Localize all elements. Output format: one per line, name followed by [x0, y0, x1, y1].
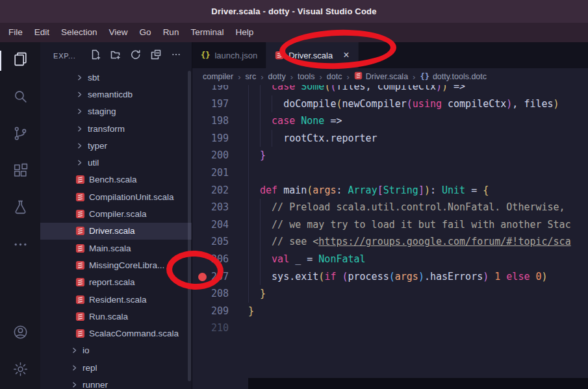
menu-item-file[interactable]: File [3, 23, 29, 42]
breadcrumb-item-src[interactable]: src [246, 72, 257, 81]
code-line-199[interactable]: 199rootCtx.reporter [192, 130, 588, 147]
menu-item-terminal[interactable]: Terminal [185, 23, 229, 42]
line-number[interactable]: 210 [192, 320, 248, 337]
tree-item-missingcorelibra[interactable]: MissingCoreLibra... [40, 257, 192, 273]
line-number[interactable]: 209 [192, 303, 248, 320]
code-line-206[interactable]: 206val _ = NonFatal [192, 251, 588, 268]
line-number[interactable]: 206 [192, 251, 248, 268]
line-number[interactable]: 204 [192, 216, 248, 234]
menu-item-edit[interactable]: Edit [29, 23, 55, 42]
line-number[interactable]: 202 [192, 182, 248, 199]
breadcrumb-item-dotc[interactable]: dotc [327, 72, 342, 81]
menu-item-selection[interactable]: Selection [55, 23, 103, 42]
sidebar-explorer: EXP... sbtsemanticdbstagingtransformtype… [40, 42, 192, 389]
tree-item-main-scala[interactable]: Main.scala [40, 240, 192, 257]
breadcrumb-label: dotty.tools.dotc [433, 72, 487, 81]
tree-item-typer[interactable]: typer [40, 137, 192, 154]
indent-guide [272, 130, 283, 147]
tree-item-util[interactable]: util [40, 154, 192, 171]
line-number[interactable]: 201 [192, 164, 248, 182]
breakpoint-dot[interactable] [198, 273, 207, 281]
menu-item-view[interactable]: View [103, 23, 134, 42]
breadcrumb-item-tools[interactable]: tools [298, 72, 314, 81]
collapse-all-button[interactable] [148, 48, 164, 64]
tab-close-button[interactable]: × [343, 50, 349, 60]
line-number[interactable]: 208 [192, 285, 248, 303]
breadcrumb-item-dotty[interactable]: dotty [268, 72, 286, 81]
tree-item-repl[interactable]: repl [40, 359, 192, 376]
code-line-198[interactable]: 198case None => [192, 112, 588, 130]
tree-item-run-scala[interactable]: Run.scala [40, 308, 192, 325]
activity-more[interactable] [0, 227, 40, 264]
code-line-208[interactable]: 208} [192, 285, 588, 303]
tree-item-label: ScalacCommand.scala [89, 329, 179, 338]
activity-test-beaker[interactable] [0, 190, 40, 227]
indent-guide [260, 216, 272, 234]
tree-item-staging[interactable]: staging [40, 103, 192, 120]
line-number[interactable]: 207 [192, 268, 248, 286]
breadcrumb-item-dotty-tools-dotc[interactable]: {}dotty.tools.dotc [420, 72, 487, 81]
code-line-205[interactable]: 205// see <https://groups.google.com/for… [192, 233, 588, 251]
tree-item-runner[interactable]: runner [40, 376, 192, 389]
new-file-button[interactable] [88, 48, 103, 64]
line-number[interactable]: 197 [192, 95, 248, 113]
tree-item-label: Bench.scala [89, 175, 137, 184]
tree-item-transform[interactable]: transform [40, 120, 192, 137]
editor-code-area[interactable]: 196case Some((files, compileCtx)) =>197d… [192, 85, 588, 389]
line-number[interactable]: 205 [192, 233, 248, 251]
breadcrumb-item-compiler[interactable]: compiler [203, 72, 233, 81]
tree-item-io[interactable]: io [40, 342, 192, 359]
activity-search[interactable] [0, 79, 40, 116]
menu-item-run[interactable]: Run [157, 23, 185, 42]
activity-extensions[interactable] [0, 153, 40, 190]
code-text: } [248, 285, 266, 303]
activity-source-control[interactable] [0, 116, 40, 153]
refresh-button[interactable] [128, 48, 144, 64]
tree-item-label: sbt [88, 73, 99, 82]
tree-item-driver-scala[interactable]: Driver.scala [40, 223, 192, 240]
line-number[interactable]: 200 [192, 147, 248, 164]
tab-launch-json[interactable]: {}launch.json [192, 42, 266, 68]
code-line-210[interactable]: 210 [192, 320, 588, 337]
breadcrumb-item-driver-scala[interactable]: Driver.scala [354, 71, 408, 82]
code-line-203[interactable]: 203// Preload scala.util.control.NonFata… [192, 199, 588, 216]
menu-item-go[interactable]: Go [134, 23, 157, 42]
code-line-202[interactable]: 202def main(args: Array[String]): Unit =… [192, 182, 588, 199]
code-line-197[interactable]: 197doCompile(newCompiler(using compileCt… [192, 95, 588, 113]
code-text: def main(args: Array[String]): Unit = { [248, 182, 489, 199]
activity-account[interactable] [0, 315, 40, 352]
tree-item-bench-scala[interactable]: Bench.scala [40, 171, 192, 188]
code-line-200[interactable]: 200} [192, 147, 588, 164]
activity-files[interactable] [0, 42, 40, 79]
indent-guide [248, 216, 260, 234]
tree-item-semanticdb[interactable]: semanticdb [40, 86, 192, 103]
more-button[interactable] [168, 48, 184, 64]
menu-item-help[interactable]: Help [229, 23, 259, 42]
tree-item-sbt[interactable]: sbt [40, 69, 192, 86]
new-folder-button[interactable] [108, 48, 123, 64]
code-line-204[interactable]: 204// we may try to load it but fail wit… [192, 216, 588, 234]
tree-item-scalaccommand-scala[interactable]: ScalacCommand.scala [40, 325, 192, 342]
line-number[interactable]: 198 [192, 112, 248, 130]
tree-item-compilationunit-scala[interactable]: CompilationUnit.scala [40, 188, 192, 205]
tree-item-resident-scala[interactable]: Resident.scala [40, 291, 192, 308]
indent-guide [248, 130, 260, 147]
line-number[interactable]: 196 [192, 85, 248, 95]
line-number[interactable]: 203 [192, 199, 248, 216]
code-line-201[interactable]: 201 [192, 164, 588, 182]
indent-guide [248, 95, 260, 113]
indent-guide [260, 251, 272, 268]
chevron-right-icon [75, 125, 84, 133]
tab-driver-scala[interactable]: Driver.scala× [266, 42, 358, 68]
code-line-207[interactable]: 207sys.exit(if (process(args).hasErrors)… [192, 268, 588, 286]
tree-item-report-scala[interactable]: report.scala [40, 274, 192, 291]
indent-guide [260, 95, 272, 113]
line-number[interactable]: 199 [192, 130, 248, 147]
activity-settings-gear[interactable] [0, 352, 40, 389]
code-line-196[interactable]: 196case Some((files, compileCtx)) => [192, 85, 588, 95]
tree-item-compiler-scala[interactable]: Compiler.scala [40, 205, 192, 222]
sidebar-scrollbar[interactable] [188, 71, 191, 381]
code-line-209[interactable]: 209} [192, 303, 588, 320]
code-lines: 196case Some((files, compileCtx)) =>197d… [192, 85, 588, 337]
namespace-icon: {} [420, 72, 429, 81]
